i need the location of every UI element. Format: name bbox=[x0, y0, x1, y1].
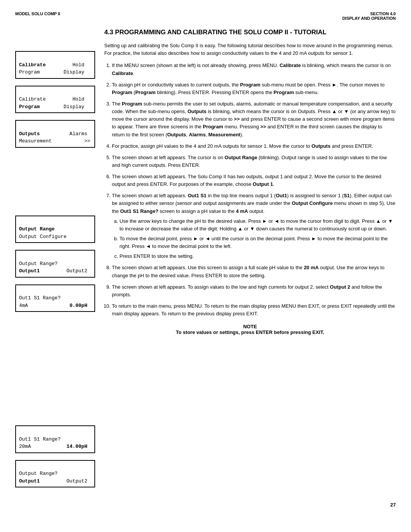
header-right: SECTION 4.0 DISPLAY AND OPERATION bbox=[342, 11, 396, 21]
lcd-group-8: Output Range? Output1 Output2 bbox=[15, 460, 95, 488]
step-3: The Program sub-menu permits the user to… bbox=[112, 100, 396, 139]
step-4: For practice, assign pH values to the 4 … bbox=[112, 142, 396, 150]
lcd1-calibrate: Calibrate bbox=[19, 62, 46, 68]
step-7: The screen shown at left appears. Out1 S… bbox=[112, 192, 396, 260]
lcd-group-2: Calibrate Hold Program Display bbox=[15, 86, 95, 113]
main-layout: Calibrate Hold Program Display Calibrate… bbox=[15, 28, 396, 494]
note-text: To store values or settings, press ENTER… bbox=[104, 329, 396, 335]
lcd-group-6: Out1 S1 Range? 4mA 0.00pH bbox=[15, 284, 95, 312]
lcd6-4ma-value: 0.00pH bbox=[70, 303, 88, 308]
step-1: If the MENU screen (shown at the left) i… bbox=[112, 62, 396, 77]
lcd-screen-6: Out1 S1 Range? 4mA 0.00pH bbox=[15, 284, 95, 312]
step-5: The screen shown at left appears. The cu… bbox=[112, 154, 396, 169]
step-7a: Use the arrow keys to change the pH to t… bbox=[119, 217, 396, 233]
step-9: The screen shown at left appears. To ass… bbox=[112, 283, 396, 299]
note-section: NOTE To store values or settings, press … bbox=[104, 324, 396, 335]
step-7-sublist: Use the arrow keys to change the pH to t… bbox=[112, 217, 396, 260]
lcd-screen-4: Output Range Output Configure bbox=[15, 216, 95, 243]
steps-list: If the MENU screen (shown at the left) i… bbox=[104, 62, 396, 318]
section-title: 4.3 PROGRAMMING AND CALIBRATING THE SOLU… bbox=[104, 28, 396, 37]
intro-text: Setting up and calibrating the Solu Comp… bbox=[104, 42, 396, 57]
note-label: NOTE bbox=[104, 324, 396, 329]
lcd-screen-1: Calibrate Hold Program Display bbox=[15, 51, 95, 79]
header-right-line2: DISPLAY AND OPERATION bbox=[342, 16, 396, 21]
lcd8-output1: Output1 bbox=[19, 478, 40, 484]
lcd-screen-3: Outputs Alarms Measurement >> bbox=[15, 120, 95, 148]
step-7b: To move the decimal point, press ► or ◄ … bbox=[119, 235, 396, 250]
lcd2-program: Program bbox=[19, 104, 40, 110]
header-right-line1: SECTION 4.0 bbox=[342, 11, 396, 16]
lcd4-output-range: Output Range bbox=[19, 226, 55, 232]
page-number: 27 bbox=[15, 502, 396, 508]
lcd-group-4: Output Range Output Configure bbox=[15, 216, 95, 243]
lcd-group-5: Output Range? Output1 Output2 bbox=[15, 250, 95, 278]
lcd-screen-2: Calibrate Hold Program Display bbox=[15, 86, 95, 113]
lcd3-outputs: Outputs bbox=[19, 131, 40, 137]
lcd7-20ma-value: 14.00pH bbox=[67, 444, 88, 449]
lcd-screen-8: Output Range? Output1 Output2 bbox=[15, 460, 95, 488]
right-column: 4.3 PROGRAMMING AND CALIBRATING THE SOLU… bbox=[104, 28, 396, 494]
page-header: MODEL SOLU COMP II SECTION 4.0 DISPLAY A… bbox=[15, 11, 396, 21]
step-6: The screen shown at left appears. The So… bbox=[112, 173, 396, 188]
step-8: The screen shown at left appears. Use th… bbox=[112, 264, 396, 279]
lcd5-output1: Output1 bbox=[19, 268, 40, 274]
lcd-group-3: Outputs Alarms Measurement >> bbox=[15, 120, 95, 148]
header-left: MODEL SOLU COMP II bbox=[15, 11, 60, 16]
lcd-screen-7: Out1 S1 Range? 20mA 14.00pH bbox=[15, 425, 95, 453]
lcd-group-7: Out1 S1 Range? 20mA 14.00pH bbox=[15, 425, 95, 453]
step-7c: Press ENTER to store the setting. bbox=[119, 252, 396, 260]
step-10: To return to the main menu, press MENU. … bbox=[112, 302, 396, 318]
step-2: To assign pH or conductivity values to c… bbox=[112, 81, 396, 96]
left-column: Calibrate Hold Program Display Calibrate… bbox=[15, 28, 95, 494]
lcd-screen-5: Output Range? Output1 Output2 bbox=[15, 250, 95, 278]
lcd-group-1: Calibrate Hold Program Display bbox=[15, 51, 95, 79]
